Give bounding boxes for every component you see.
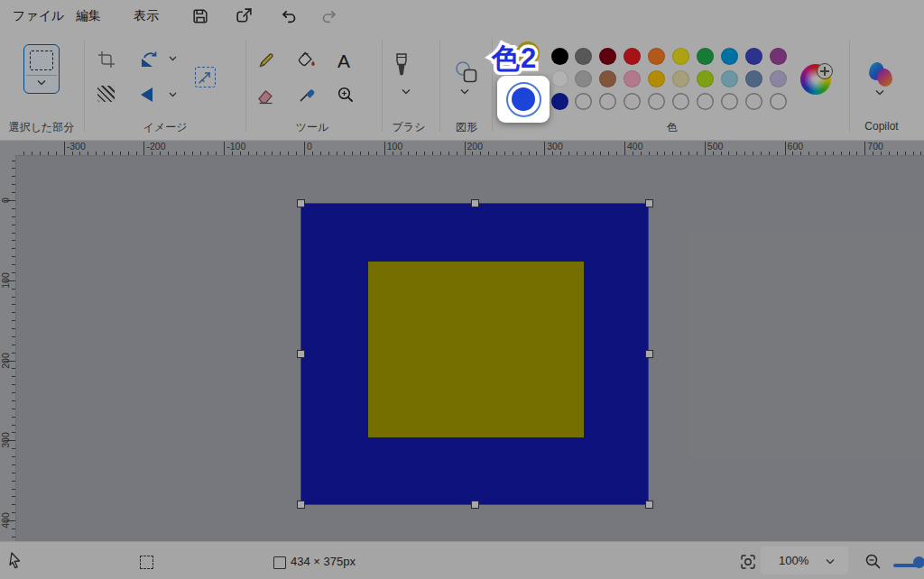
palette-swatch[interactable] — [697, 70, 714, 87]
eraser-icon[interactable] — [256, 87, 276, 105]
ruler-tick — [56, 152, 57, 156]
selection-handle[interactable] — [645, 501, 653, 509]
ruler-label: 100 — [0, 267, 11, 294]
ruler-tick — [12, 264, 16, 265]
chevron-down-icon[interactable] — [460, 88, 469, 95]
flip-icon[interactable] — [141, 87, 152, 102]
palette-swatch[interactable] — [551, 70, 568, 87]
brush-icon[interactable] — [392, 51, 411, 84]
redo-icon[interactable] — [320, 7, 338, 25]
palette-empty-slot[interactable] — [745, 93, 762, 110]
ruler-tick — [232, 152, 233, 156]
ruler-tick — [472, 152, 473, 156]
palette-empty-slot[interactable] — [697, 93, 714, 110]
palette-empty-slot[interactable] — [721, 93, 738, 110]
zoom-fit-icon[interactable] — [740, 554, 756, 570]
save-icon[interactable] — [191, 7, 209, 25]
menu-view[interactable]: 表示 — [134, 8, 159, 24]
ruler-tick — [72, 152, 73, 156]
palette-empty-slot[interactable] — [648, 93, 665, 110]
palette-swatch[interactable] — [697, 48, 714, 65]
selection-handle[interactable] — [297, 199, 305, 207]
selection-handle[interactable] — [471, 199, 479, 207]
section-label-copilot: Copilot — [845, 120, 918, 133]
chevron-down-icon[interactable] — [169, 92, 177, 97]
crop-icon[interactable] — [97, 51, 116, 69]
palette-swatch[interactable] — [721, 70, 738, 87]
palette-empty-slot[interactable] — [672, 93, 689, 110]
chevron-down-icon[interactable] — [37, 79, 46, 86]
palette-swatch[interactable] — [599, 70, 616, 87]
share-icon[interactable] — [235, 6, 254, 25]
copilot-icon[interactable] — [869, 62, 892, 87]
palette-swatch[interactable] — [551, 93, 568, 110]
menu-file[interactable]: ファイル — [13, 8, 64, 24]
ruler-tick — [12, 192, 16, 193]
palette-swatch[interactable] — [648, 70, 665, 87]
palette-swatch[interactable] — [551, 48, 568, 65]
palette-swatch[interactable] — [721, 48, 738, 65]
fill-bucket-icon[interactable] — [297, 51, 317, 69]
zoom-level-value: 100% — [779, 554, 808, 567]
selection-tool-button[interactable] — [23, 44, 60, 94]
ruler-tick — [728, 152, 729, 156]
color-picker-icon[interactable] — [298, 86, 316, 104]
palette-swatch[interactable] — [575, 70, 592, 87]
selection-handle[interactable] — [471, 501, 479, 509]
color2-swatch[interactable] — [506, 82, 541, 117]
ruler-label: 700 — [867, 141, 883, 152]
magnifier-icon[interactable] — [337, 86, 355, 104]
chevron-down-icon[interactable] — [875, 89, 884, 96]
palette-swatch[interactable] — [745, 70, 762, 87]
ruler-tick — [513, 152, 513, 156]
chevron-down-icon[interactable] — [169, 56, 177, 61]
ruler-tick — [800, 152, 801, 156]
zoom-level-dropdown[interactable]: 100% — [761, 547, 848, 574]
palette-swatch[interactable] — [648, 48, 665, 65]
palette-empty-slot[interactable] — [624, 93, 641, 110]
remove-background-icon[interactable] — [97, 86, 115, 102]
palette-empty-slot[interactable] — [599, 93, 616, 110]
ruler-tick — [393, 152, 393, 156]
zoom-out-icon[interactable] — [864, 553, 882, 570]
palette-swatch[interactable] — [770, 48, 787, 65]
palette-swatch[interactable] — [624, 48, 641, 65]
palette-empty-slot[interactable] — [575, 93, 592, 110]
palette-swatch[interactable] — [672, 48, 689, 65]
ribbon-toolbar: 選択した部分 イメージ — [0, 32, 924, 141]
rotate-icon[interactable] — [140, 51, 160, 69]
ruler-tick — [657, 152, 658, 156]
ruler-tick — [913, 152, 914, 156]
selection-handle[interactable] — [297, 501, 305, 509]
chevron-down-icon[interactable] — [402, 88, 411, 95]
ruler-tick — [920, 152, 921, 156]
ruler-tick — [568, 152, 569, 156]
ruler-tick — [200, 152, 201, 156]
selection-handle[interactable] — [297, 350, 305, 358]
add-color-icon[interactable] — [817, 63, 833, 79]
ruler-tick — [521, 152, 522, 156]
resize-icon[interactable] — [195, 67, 216, 87]
palette-swatch[interactable] — [599, 48, 616, 65]
ruler-tick — [256, 152, 257, 156]
palette-swatch[interactable] — [575, 48, 592, 65]
palette-swatch[interactable] — [770, 70, 787, 87]
pencil-icon[interactable] — [257, 51, 275, 69]
undo-icon[interactable] — [280, 7, 298, 25]
ruler-tick — [440, 152, 441, 156]
palette-swatch[interactable] — [745, 48, 762, 65]
zoom-slider-thumb[interactable] — [913, 556, 924, 568]
palette-empty-slot[interactable] — [770, 93, 787, 110]
selection-handle[interactable] — [645, 199, 653, 207]
ruler-tick — [408, 152, 409, 156]
palette-swatch[interactable] — [624, 70, 641, 87]
selection-handle[interactable] — [645, 350, 653, 358]
ruler-tick — [79, 152, 80, 156]
selection-blue-rect[interactable] — [300, 203, 649, 505]
menu-edit[interactable]: 編集 — [76, 8, 101, 24]
ruler-tick — [12, 353, 16, 354]
text-icon[interactable]: A — [337, 51, 350, 72]
ruler-tick — [744, 152, 745, 156]
palette-swatch[interactable] — [672, 70, 689, 87]
shapes-icon[interactable] — [454, 60, 479, 85]
